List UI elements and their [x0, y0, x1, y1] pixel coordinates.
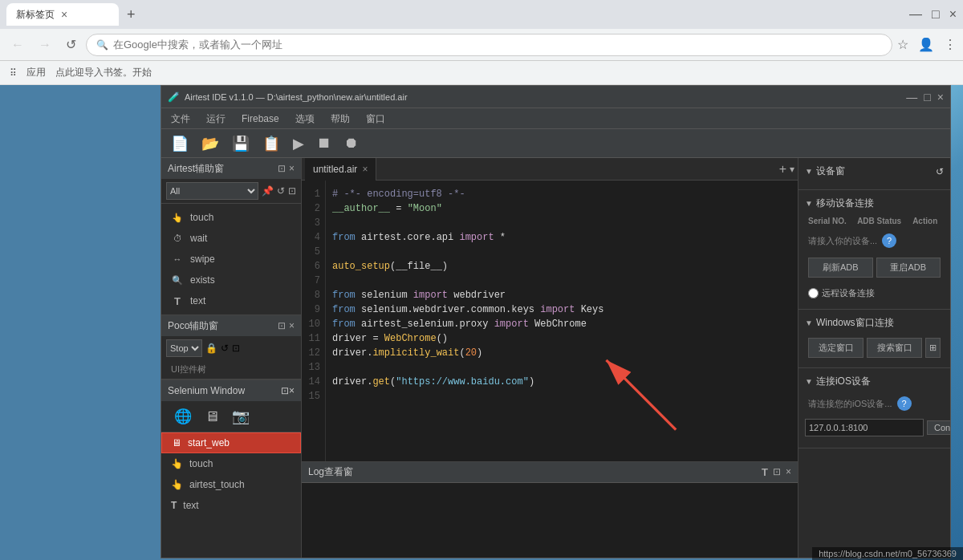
record-btn[interactable]: ⏺ [341, 133, 362, 153]
refresh-adb-btn[interactable]: 刷新ADB [808, 258, 873, 278]
log-filter-icon[interactable]: T [762, 466, 768, 478]
menu-firebase[interactable]: Firebase [235, 108, 286, 129]
save-as-btn[interactable]: 📋 [259, 133, 283, 154]
menu-file[interactable]: 文件 [165, 108, 197, 129]
bookmark-icon[interactable]: ☆ [897, 37, 908, 52]
selenium-item-start-web[interactable]: 🖥 start_web [161, 432, 301, 453]
apps-icon[interactable]: ⠿ [10, 67, 17, 79]
swipe-label: swipe [190, 254, 215, 265]
stop-btn[interactable]: ⏹ [314, 133, 335, 153]
airtest-item-wait[interactable]: ⏱ wait [161, 228, 301, 249]
poco-refresh-icon[interactable]: ↺ [221, 343, 229, 354]
maximize-button[interactable]: □ [932, 7, 940, 22]
new-file-btn[interactable]: 📄 [168, 133, 192, 154]
poco-mode-select[interactable]: Stop [166, 339, 202, 357]
refresh-button[interactable]: ↺ [61, 34, 81, 55]
menu-options[interactable]: 选项 [289, 108, 321, 129]
new-tab-button[interactable]: + [122, 6, 140, 23]
filter-icon1[interactable]: 📌 [262, 185, 274, 197]
device-section-header: ▼ 设备窗 ↺ [805, 164, 944, 178]
selenium-close-icon[interactable]: × [289, 385, 295, 396]
selenium-title: Selenium Window [168, 385, 281, 396]
ios-ip-input[interactable] [805, 419, 924, 436]
restart-adb-btn[interactable]: 重启ADB [876, 258, 941, 278]
remote-conn-radio[interactable] [808, 288, 819, 298]
sel-touch-label: touch [189, 458, 213, 469]
filter-icons: 📌 ↺ ⊡ [262, 185, 296, 197]
search-window-btn[interactable]: 搜索窗口 [867, 338, 922, 358]
browser-window-controls: — □ × [909, 7, 957, 22]
selenium-web-btn[interactable]: 🌐 [168, 406, 198, 427]
selenium-item-text[interactable]: T text [161, 495, 301, 516]
windows-extra-btn[interactable]: ⊞ [925, 338, 941, 358]
code-content[interactable]: # -*- encoding=utf8 -*- __author__ = "Mo… [326, 181, 798, 461]
middle-panel: untitled.air × + ▾ 12345 678910 11121314… [302, 158, 798, 558]
ide-close-btn[interactable]: × [937, 91, 944, 103]
airtest-close-icon[interactable]: × [289, 163, 295, 174]
menu-help[interactable]: 帮助 [324, 108, 356, 129]
editor-tab-untitled[interactable]: untitled.air × [305, 158, 376, 181]
run-btn[interactable]: ▶ [290, 133, 307, 154]
poco-copy-icon[interactable]: ⊡ [278, 320, 286, 331]
filter-select[interactable]: All [166, 182, 258, 200]
windows-section: ▼ Windows窗口连接 选定窗口 搜索窗口 ⊞ [798, 310, 950, 368]
minimize-button[interactable]: — [909, 7, 922, 22]
touch-icon: 👆 [171, 211, 184, 224]
forward-button[interactable]: → [34, 34, 56, 55]
log-icons: T ⊡ × [762, 466, 791, 478]
open-file-btn[interactable]: 📂 [198, 133, 222, 154]
selenium-item-touch[interactable]: 👆 touch [161, 453, 301, 474]
ios-connect-btn[interactable]: Connect [927, 420, 950, 435]
menu-icon[interactable]: ⋮ [944, 37, 957, 52]
airtest-panel-header: Airtest辅助窗 ⊡ × [161, 158, 301, 179]
tab-chevron[interactable]: ▾ [790, 164, 794, 175]
help-button[interactable]: ? [882, 233, 896, 248]
browser-tab[interactable]: 新标签页 × [6, 3, 119, 26]
ide-titlebar: 🧪 Airtest IDE v1.1.0 — D:\airtest_python… [161, 86, 950, 108]
selenium-monitor-btn[interactable]: 🖥 [198, 406, 226, 427]
airtest-item-swipe[interactable]: ↔ swipe [161, 249, 301, 270]
selenium-copy-icon[interactable]: ⊡ [281, 385, 289, 396]
selenium-item-airtest-touch[interactable]: 👆 airtest_touch [161, 474, 301, 495]
airtest-section: Airtest辅助窗 ⊡ × All 📌 ↺ ⊡ [161, 158, 301, 315]
close-button[interactable]: × [949, 7, 957, 22]
log-close-icon[interactable]: × [786, 466, 791, 478]
selenium-phone-btn[interactable]: 📷 [226, 406, 256, 427]
device-refresh-icon[interactable]: ↺ [936, 166, 944, 177]
ios-help-button[interactable]: ? [897, 396, 912, 411]
airtest-item-exists[interactable]: 🔍 exists [161, 270, 301, 290]
log-copy-icon[interactable]: ⊡ [773, 466, 781, 478]
airtest-item-touch[interactable]: 👆 touch [161, 207, 301, 228]
filter-icon3[interactable]: ⊡ [288, 185, 296, 197]
tab-close-icon[interactable]: × [362, 164, 368, 175]
ide-maximize-btn[interactable]: □ [924, 91, 930, 103]
log-panel: Log查看窗 T ⊡ × [302, 461, 798, 558]
log-body [302, 483, 798, 558]
save-btn[interactable]: 💾 [229, 133, 253, 154]
poco-panel-header: Poco辅助窗 ⊡ × [161, 315, 301, 336]
profile-icon[interactable]: 👤 [918, 37, 934, 52]
ide-toolbar: 📄 📂 💾 📋 ▶ ⏹ ⏺ [161, 129, 950, 158]
tab-close-btn[interactable]: × [61, 8, 67, 21]
airtest-item-text[interactable]: T text [161, 290, 301, 311]
menu-run[interactable]: 运行 [200, 108, 232, 129]
poco-copy-icon2[interactable]: ⊡ [232, 343, 240, 354]
menu-window[interactable]: 窗口 [360, 108, 392, 129]
please-ios-text: 请连接您的iOS设备... [808, 398, 892, 410]
select-window-btn[interactable]: 选定窗口 [808, 338, 863, 358]
address-input[interactable] [113, 39, 882, 51]
windows-header: ▼ Windows窗口连接 [805, 316, 944, 330]
exists-icon: 🔍 [171, 274, 184, 286]
ide-body: Airtest辅助窗 ⊡ × All 📌 ↺ ⊡ [161, 158, 950, 558]
ui-tree-label: UI控件树 [171, 364, 206, 374]
device-triangle: ▼ [805, 167, 813, 176]
filter-icon2[interactable]: ↺ [277, 185, 285, 197]
back-button[interactable]: ← [6, 34, 29, 55]
poco-section: Poco辅助窗 ⊡ × Stop 🔒 ↺ ⊡ [161, 315, 301, 379]
add-tab-btn[interactable]: + [779, 162, 786, 177]
line-numbers: 12345 678910 1112131415 [302, 181, 326, 461]
poco-close-icon[interactable]: × [289, 320, 295, 331]
airtest-copy-icon[interactable]: ⊡ [278, 163, 286, 174]
ide-minimize-btn[interactable]: — [906, 91, 917, 103]
text-label: text [190, 295, 205, 306]
